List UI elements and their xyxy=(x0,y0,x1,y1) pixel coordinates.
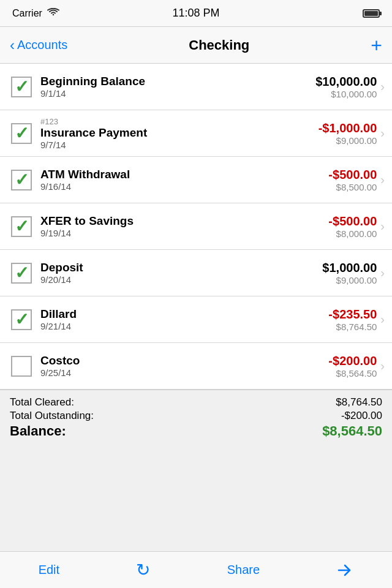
transaction-info: Deposit9/20/14 xyxy=(36,261,297,285)
transaction-amount: -$500.00 xyxy=(328,214,377,228)
forward-icon[interactable] xyxy=(336,563,353,578)
back-label: Accounts xyxy=(17,38,67,52)
checkmark-icon: ✓ xyxy=(15,78,29,96)
checkmark-icon: ✓ xyxy=(15,172,29,189)
checkbox-area: ✓ xyxy=(7,123,36,144)
transaction-date: 9/19/14 xyxy=(40,228,292,238)
transaction-name: Costco xyxy=(40,354,292,368)
transaction-checkbox[interactable] xyxy=(11,356,32,377)
total-outstanding-label: Total Outstanding: xyxy=(10,410,94,422)
row-chevron-icon: › xyxy=(380,359,385,373)
checkbox-area: ✓ xyxy=(7,309,36,330)
transaction-date: 9/21/14 xyxy=(40,321,292,331)
tab-bar: Edit ↻ Share xyxy=(0,551,392,588)
table-row[interactable]: ✓Dillard9/21/14-$235.50$8,764.50› xyxy=(0,296,392,343)
total-outstanding-value: -$200.00 xyxy=(341,410,382,422)
row-chevron-icon: › xyxy=(380,312,385,326)
add-transaction-button[interactable]: + xyxy=(371,36,382,55)
transaction-amounts: $1,000.00$9,000.00 xyxy=(297,261,377,285)
transaction-date: 9/20/14 xyxy=(40,274,292,285)
transaction-amount: -$235.50 xyxy=(328,307,377,322)
transaction-info: Dillard9/21/14 xyxy=(36,307,297,331)
table-row[interactable]: ✓ATM Withdrawal9/16/14-$500.00$8,500.00› xyxy=(0,157,392,203)
transaction-date: 9/1/14 xyxy=(40,88,292,99)
transaction-name: Beginning Balance xyxy=(40,75,292,88)
transaction-name: Insurance Payment xyxy=(40,126,292,140)
transaction-amounts: -$500.00$8,500.00 xyxy=(297,168,377,192)
transaction-info: Costco9/25/14 xyxy=(36,354,297,378)
back-button[interactable]: ‹ Accounts xyxy=(10,38,67,53)
checkmark-icon: ✓ xyxy=(15,218,29,235)
transaction-running-balance: $9,000.00 xyxy=(336,275,377,285)
checkbox-area: ✓ xyxy=(7,263,36,284)
status-bar: Carrier 11:08 PM xyxy=(0,0,392,27)
checkbox-area xyxy=(7,356,36,377)
total-cleared-label: Total Cleared: xyxy=(10,396,74,409)
transaction-date: 9/7/14 xyxy=(40,140,292,150)
transaction-amounts: $10,000.00$10,000.00 xyxy=(297,75,377,99)
transaction-running-balance: $8,000.00 xyxy=(336,228,377,239)
summary-section: Total Cleared: $8,764.50 Total Outstandi… xyxy=(0,390,392,444)
battery-icon xyxy=(363,9,380,18)
transaction-info: #123Insurance Payment9/7/14 xyxy=(36,117,297,150)
transaction-amounts: -$200.00$8,564.50 xyxy=(297,354,377,379)
transaction-checkbox[interactable]: ✓ xyxy=(11,123,32,144)
status-left: Carrier xyxy=(12,8,59,19)
balance-label: Balance: xyxy=(10,423,66,439)
transaction-checkbox[interactable]: ✓ xyxy=(11,309,32,330)
transaction-checkbox[interactable]: ✓ xyxy=(11,170,32,190)
table-row[interactable]: ✓Deposit9/20/14$1,000.00$9,000.00› xyxy=(0,250,392,296)
transaction-checkbox[interactable]: ✓ xyxy=(11,263,32,284)
transaction-amount: -$200.00 xyxy=(328,354,377,368)
back-chevron-icon: ‹ xyxy=(10,38,15,53)
page-title: Checking xyxy=(189,37,249,53)
transaction-date: 9/25/14 xyxy=(40,368,292,378)
row-chevron-icon: › xyxy=(380,219,385,233)
checkmark-icon: ✓ xyxy=(15,125,29,142)
row-chevron-icon: › xyxy=(380,173,385,187)
transaction-amounts: -$500.00$8,000.00 xyxy=(297,214,377,239)
transaction-name: XFER to Savings xyxy=(40,214,292,228)
transaction-name: ATM Withdrawal xyxy=(40,168,292,181)
transaction-list: ✓Beginning Balance9/1/14$10,000.00$10,00… xyxy=(0,64,392,390)
transaction-info: XFER to Savings9/19/14 xyxy=(36,214,297,238)
transaction-info: Beginning Balance9/1/14 xyxy=(36,75,297,99)
checkmark-icon: ✓ xyxy=(15,311,29,328)
row-chevron-icon: › xyxy=(380,80,385,94)
edit-button[interactable]: Edit xyxy=(39,563,59,577)
share-button[interactable]: Share xyxy=(227,563,260,577)
checkbox-area: ✓ xyxy=(7,77,36,97)
transaction-amount: -$500.00 xyxy=(328,168,377,182)
transaction-running-balance: $8,764.50 xyxy=(336,322,377,332)
checkmark-icon: ✓ xyxy=(15,265,29,282)
transaction-amount: -$1,000.00 xyxy=(318,121,377,135)
transaction-amount: $1,000.00 xyxy=(322,261,377,275)
table-row[interactable]: ✓XFER to Savings9/19/14-$500.00$8,000.00… xyxy=(0,203,392,250)
balance-value: $8,564.50 xyxy=(322,423,382,439)
wifi-icon xyxy=(47,8,59,19)
row-chevron-icon: › xyxy=(380,126,385,140)
table-row[interactable]: ✓#123Insurance Payment9/7/14-$1,000.00$9… xyxy=(0,110,392,157)
status-right xyxy=(363,9,380,18)
table-row[interactable]: ✓Beginning Balance9/1/14$10,000.00$10,00… xyxy=(0,64,392,110)
transaction-checkbox[interactable]: ✓ xyxy=(11,77,32,97)
row-chevron-icon: › xyxy=(380,266,385,280)
refresh-button[interactable]: ↻ xyxy=(136,560,150,580)
transaction-info: ATM Withdrawal9/16/14 xyxy=(36,168,297,192)
transaction-running-balance: $8,500.00 xyxy=(336,182,377,192)
transaction-ref: #123 xyxy=(40,117,292,126)
carrier-label: Carrier xyxy=(12,8,42,19)
transaction-date: 9/16/14 xyxy=(40,181,292,192)
transaction-running-balance: $8,564.50 xyxy=(336,368,377,379)
transaction-amounts: -$1,000.00$9,000.00 xyxy=(297,121,377,146)
transaction-amount: $10,000.00 xyxy=(315,75,377,89)
transaction-running-balance: $10,000.00 xyxy=(331,89,377,99)
checkbox-area: ✓ xyxy=(7,216,36,237)
transaction-name: Dillard xyxy=(40,307,292,321)
status-time: 11:08 PM xyxy=(172,7,219,20)
checkbox-area: ✓ xyxy=(7,170,36,190)
transaction-running-balance: $9,000.00 xyxy=(336,135,377,146)
table-row[interactable]: Costco9/25/14-$200.00$8,564.50› xyxy=(0,343,392,390)
transaction-checkbox[interactable]: ✓ xyxy=(11,216,32,237)
nav-bar: ‹ Accounts Checking + xyxy=(0,27,392,64)
